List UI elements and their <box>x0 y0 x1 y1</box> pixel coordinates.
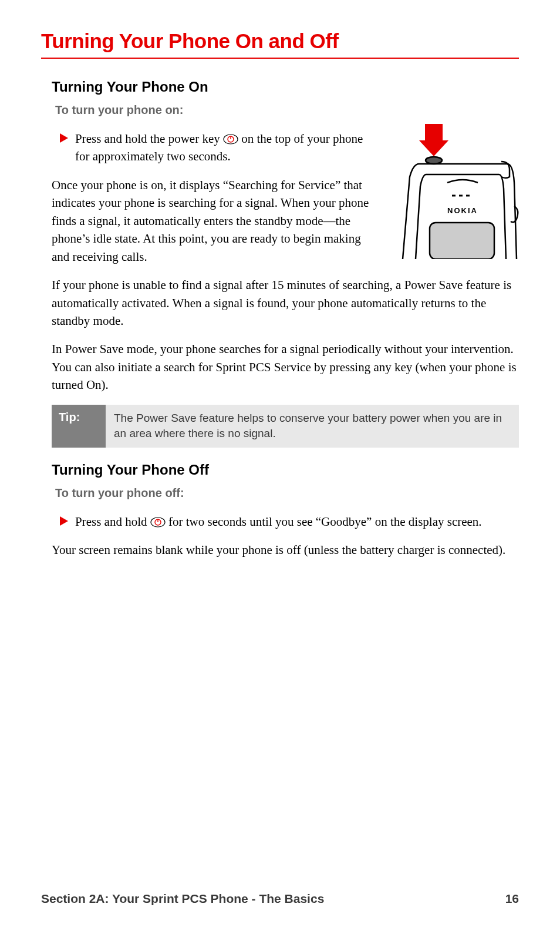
footer-page-number: 16 <box>505 892 519 906</box>
lead-turn-off: To turn your phone off: <box>52 486 519 500</box>
paragraph-off: Your screen remains blank while your pho… <box>52 541 519 559</box>
heading-turn-off: Turning Your Phone Off <box>52 462 519 478</box>
lead-turn-on: To turn your phone on: <box>52 103 519 117</box>
paragraph-powersave-2: In Power Save mode, your phone searches … <box>52 340 519 394</box>
red-arrow-icon <box>60 133 68 143</box>
footer-section: Section 2A: Your Sprint PCS Phone - The … <box>41 892 324 906</box>
bullet-text-pre: Press and hold the power key <box>75 132 223 146</box>
page-footer: Section 2A: Your Sprint PCS Phone - The … <box>41 892 519 906</box>
paragraph-powersave-1: If your phone is unable to find a signal… <box>52 276 519 330</box>
tip-label: Tip: <box>52 405 106 448</box>
phone-brand-label: NOKIA <box>447 206 478 215</box>
tip-callout: Tip: The Power Save feature helps to con… <box>52 405 519 448</box>
page-title: Turning Your Phone On and Off <box>41 29 519 59</box>
power-key-icon <box>150 515 166 525</box>
tip-text: The Power Save feature helps to conserve… <box>106 405 519 448</box>
heading-turn-on: Turning Your Phone On <box>52 79 519 95</box>
svg-rect-6 <box>430 223 494 259</box>
red-arrow-icon <box>60 516 68 526</box>
bullet-turn-off: Press and hold for two seconds until you… <box>52 513 519 530</box>
power-key-icon <box>223 132 238 142</box>
bullet-off-pre: Press and hold <box>75 515 150 529</box>
bullet-turn-on: Press and hold the power key on the top … <box>52 130 519 166</box>
bullet-off-post: for two seconds until you see “Goodbye” … <box>168 515 482 529</box>
